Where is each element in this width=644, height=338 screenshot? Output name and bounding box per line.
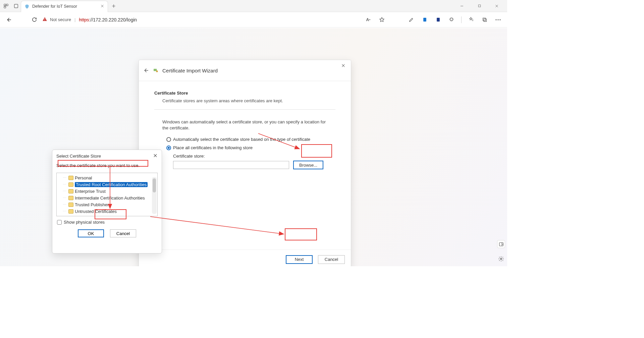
certificate-import-wizard: Certificate Import Wizard Certificate St…	[139, 60, 351, 266]
url-scheme: https	[79, 17, 89, 22]
radio-place-all[interactable]: Place all certificates in the following …	[166, 145, 335, 150]
shield-icon	[24, 4, 30, 9]
select-certificate-store-dialog: Select Certificate Store Select the cert…	[52, 150, 162, 253]
wizard-title: Certificate Import Wizard	[162, 68, 218, 73]
tree-scrollbar[interactable]	[152, 177, 157, 214]
separator	[154, 109, 335, 110]
svg-rect-4	[478, 5, 480, 7]
svg-point-13	[499, 19, 500, 20]
window-minimize-button[interactable]	[455, 1, 468, 11]
divider: |	[74, 17, 75, 22]
new-tab-button[interactable]	[110, 2, 117, 10]
wizard-footer: Next Cancel	[139, 249, 351, 266]
section-subtitle: Certificate stores are system areas wher…	[154, 98, 335, 103]
svg-point-21	[500, 258, 502, 260]
tree-item: ⋯Intermediate Certification Authorities	[63, 194, 151, 201]
dialog-prompt: Select the certificate store you want to…	[52, 160, 162, 171]
svg-rect-2	[4, 6, 6, 8]
browser-tab[interactable]: Defender for IoT Sensor	[21, 1, 108, 12]
ok-button[interactable]: OK	[78, 229, 104, 237]
nav-back-button[interactable]	[4, 15, 13, 24]
sidebar-toggle-icon[interactable]	[497, 240, 505, 248]
svg-point-15	[156, 70, 158, 72]
nav-refresh-button[interactable]	[30, 15, 39, 24]
svg-rect-5	[45, 18, 45, 20]
not-secure-label: Not secure	[50, 17, 71, 22]
tree-item: ⋯Untrusted Certificates	[63, 208, 151, 215]
wizard-close-button[interactable]	[338, 62, 348, 70]
radio-icon	[166, 146, 171, 150]
show-physical-stores-checkbox[interactable]: Show physical stores	[52, 218, 162, 227]
certificate-store-tree[interactable]: ⋯Personal ⋯Trusted Root Certification Au…	[56, 173, 158, 216]
svg-point-12	[497, 19, 498, 20]
checkbox-label: Show physical stores	[64, 220, 105, 225]
site-security-indicator[interactable]: Not secure	[42, 17, 71, 23]
wizard-header: Certificate Import Wizard	[139, 60, 351, 81]
svg-rect-3	[14, 4, 18, 8]
dialog-cancel-button[interactable]: Cancel	[110, 229, 136, 237]
window-maximize-button[interactable]	[473, 1, 486, 11]
favorites-add-icon[interactable]	[378, 16, 385, 23]
extensions-icon[interactable]	[448, 16, 455, 23]
svg-rect-6	[45, 20, 45, 20]
svg-rect-9	[483, 18, 486, 20]
radio-icon	[166, 137, 171, 142]
cancel-button[interactable]: Cancel	[318, 255, 345, 264]
section-description: Windows can automatically select a certi…	[154, 119, 335, 131]
tree-item: ⋯Enterprise Trust	[63, 188, 151, 194]
tree-item-selected: ⋯Trusted Root Certification Authorities	[63, 181, 151, 188]
certificate-icon	[153, 68, 158, 73]
next-button[interactable]: Next	[286, 255, 313, 264]
tree-item: ⋯Trusted Publishers	[63, 201, 151, 208]
url-rest: ://172.20.220.220/login	[89, 17, 137, 22]
book-blue-icon[interactable]	[421, 16, 428, 23]
tab-title: Defender for IoT Sensor	[32, 4, 98, 9]
browse-button[interactable]: Browse...	[293, 161, 323, 169]
warning-icon	[42, 17, 47, 23]
divider	[461, 16, 462, 23]
address-bar-row: Not secure | https://172.20.220.220/logi…	[0, 12, 507, 27]
radio-label: Place all certificates in the following …	[173, 145, 253, 150]
window-close-button[interactable]	[490, 1, 503, 11]
svg-rect-0	[4, 4, 6, 6]
checkbox-icon	[57, 220, 62, 225]
section-title: Certificate Store	[154, 91, 335, 96]
read-aloud-icon[interactable]: A»	[365, 16, 372, 23]
certificate-store-input[interactable]	[173, 161, 289, 169]
workspaces-icon[interactable]	[3, 3, 9, 9]
nav-forward-button	[17, 15, 26, 24]
svg-rect-10	[484, 19, 486, 21]
tree-item: ⋯Personal	[63, 174, 151, 181]
svg-rect-8	[437, 18, 440, 21]
collections-icon[interactable]	[481, 16, 488, 23]
tab-actions-icon[interactable]	[13, 3, 19, 9]
page-content: Certificate Import Wizard Certificate St…	[0, 28, 507, 266]
dialog-title: Select Certificate Store	[56, 154, 101, 159]
tab-close-icon[interactable]	[100, 4, 104, 9]
dialog-close-button[interactable]	[153, 153, 158, 159]
book-dark-icon[interactable]	[434, 16, 442, 23]
wizard-back-button[interactable]	[143, 67, 149, 73]
browser-titlebar: Defender for IoT Sensor	[0, 0, 507, 12]
favorites-list-icon[interactable]	[468, 16, 475, 23]
radio-group: Automatically select the certificate sto…	[154, 137, 335, 150]
radio-auto-select[interactable]: Automatically select the certificate sto…	[166, 137, 335, 142]
svg-point-11	[495, 19, 496, 20]
address-url[interactable]: https://172.20.220.220/login	[79, 17, 137, 22]
certificate-store-label: Certificate store:	[173, 154, 205, 159]
wizard-body: Certificate Store Certificate stores are…	[139, 81, 351, 249]
svg-rect-7	[423, 18, 426, 21]
svg-rect-1	[6, 4, 8, 6]
settings-gear-icon[interactable]	[497, 255, 505, 263]
more-menu-icon[interactable]	[494, 16, 502, 23]
edit-icon[interactable]	[408, 16, 415, 23]
radio-label: Automatically select the certificate sto…	[173, 137, 310, 142]
